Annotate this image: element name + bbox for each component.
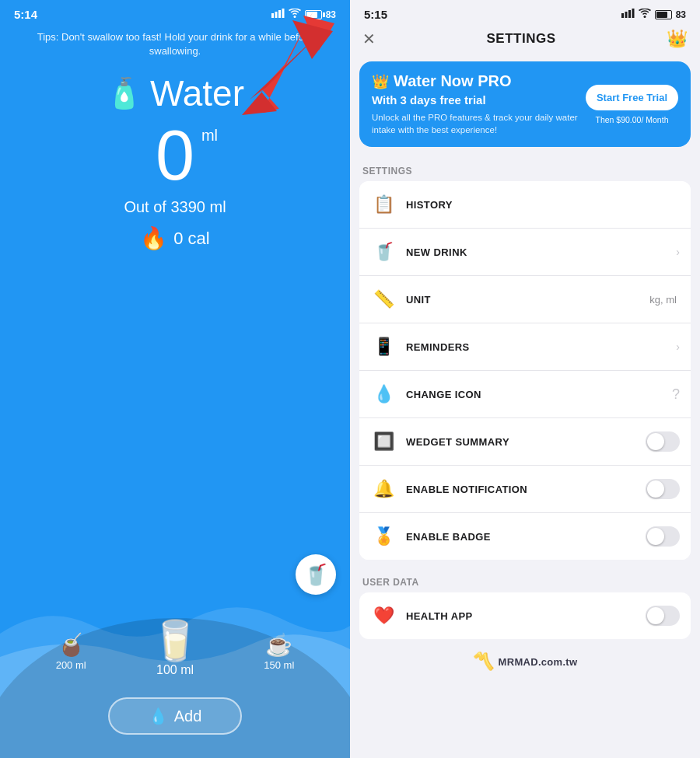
amount-display: 0 ml [156, 121, 194, 190]
change-icon-label: CHANGE ICON [406, 389, 672, 400]
pro-subtitle: With 3 days free trial [372, 93, 586, 107]
unit-label: UNIT [406, 294, 649, 306]
start-trial-button[interactable]: Start Free Trial [586, 85, 678, 110]
cup-middle-label: 100 ml [156, 663, 194, 677]
settings-row-badge[interactable]: 🏅 ENABLE BADGE [359, 513, 691, 560]
nav-title: SETTINGS [486, 31, 555, 47]
refresh-fab[interactable]: 🥤 [296, 554, 336, 595]
reminders-chevron: › [676, 341, 680, 353]
drink-options-row: 🧉 200 ml 🥛 100 ml ☕ 150 ml [0, 618, 350, 685]
svg-point-12 [643, 16, 646, 18]
pro-title-row: 👑 Water Now PRO [372, 72, 586, 90]
pro-banner: 👑 Water Now PRO With 3 days free trial U… [359, 61, 691, 147]
left-panel: 5:14 83 Tips: Don't swallow too fast! Ho… [0, 0, 350, 758]
settings-group-user: ❤️ HEALTH APP [359, 592, 691, 639]
cal-row: 🔥 0 cal [140, 225, 209, 251]
status-bar-right: 5:15 83 [350, 0, 700, 24]
settings-row-unit[interactable]: 📏 UNIT kg, ml [359, 276, 691, 323]
badge-toggle-knob [647, 528, 664, 545]
status-icons-right: 83 [621, 9, 686, 20]
new-drink-label: NEW DRINK [406, 246, 676, 258]
drink-option-right[interactable]: ☕ 150 ml [264, 632, 294, 671]
notification-toggle-knob [647, 480, 664, 498]
settings-row-widget[interactable]: 🔲 WEDGET SUMMARY [359, 418, 691, 466]
right-panel: 5:15 83 ✕ SETTINGS 👑 👑 Water Now PRO [350, 0, 700, 758]
badge-icon: 🏅 [370, 523, 397, 550]
notification-toggle[interactable] [646, 479, 680, 499]
cup-left-icon: 🧉 [58, 632, 85, 658]
pro-price: Then $90.00/ Month [595, 115, 668, 124]
wifi-icon-right [639, 9, 651, 20]
reminders-label: REMINDERS [406, 341, 676, 353]
watermark-text: MRMAD.com.tw [499, 656, 578, 668]
pro-desc: Unlock all the PRO features & track your… [372, 111, 586, 136]
pro-banner-right: Start Free Trial Then $90.00/ Month [586, 85, 678, 124]
watermark-logo: 〽️ [473, 651, 494, 672]
time-right: 5:15 [364, 8, 387, 21]
unit-value: kg, ml [649, 294, 677, 306]
widget-icon: 🔲 [370, 428, 397, 455]
amount-number: 0 [156, 117, 194, 194]
reminders-icon: 📱 [370, 334, 397, 360]
history-icon: 📋 [370, 191, 397, 218]
health-icon: ❤️ [370, 603, 397, 629]
out-of-text: Out of 3390 ml [124, 198, 226, 216]
history-label: HISTORY [406, 199, 680, 211]
bottom-controls: 🧉 200 ml 🥛 100 ml ☕ 150 ml 💧 Add [0, 603, 350, 758]
nav-header: ✕ SETTINGS 👑 [350, 24, 700, 57]
svg-rect-10 [628, 10, 631, 18]
settings-row-change-icon[interactable]: 💧 CHANGE ICON ? [359, 371, 691, 418]
svg-rect-8 [621, 13, 624, 18]
signal-icon-right [621, 9, 635, 20]
svg-rect-11 [632, 9, 634, 18]
unit-icon: 📏 [370, 286, 397, 313]
cal-text: 0 cal [173, 229, 209, 249]
pro-banner-left: 👑 Water Now PRO With 3 days free trial U… [372, 72, 586, 136]
crown-button[interactable]: 👑 [667, 29, 688, 49]
health-toggle[interactable] [646, 606, 680, 626]
new-drink-icon: 🥤 [370, 239, 397, 265]
health-toggle-knob [647, 607, 664, 624]
time-left: 5:14 [14, 8, 37, 21]
cup-middle-icon: 🥛 [151, 618, 199, 663]
cup-left-label: 200 ml [56, 659, 86, 671]
settings-row-notification[interactable]: 🔔 ENABLE NOTIFICATION [359, 466, 691, 513]
change-icon-icon: 💧 [370, 381, 397, 407]
new-drink-chevron: › [676, 246, 680, 258]
battery-icon-right [655, 10, 672, 19]
notification-label: ENABLE NOTIFICATION [406, 484, 646, 495]
watermark: 〽️ MRMAD.com.tw [350, 645, 700, 675]
add-button[interactable]: 💧 Add [108, 697, 243, 735]
pro-crown-icon: 👑 [372, 73, 389, 90]
settings-group-main: 📋 HISTORY 🥤 NEW DRINK › 📏 UNIT kg, ml 📱 … [359, 181, 691, 560]
widget-toggle[interactable] [646, 431, 680, 452]
drink-option-left[interactable]: 🧉 200 ml [56, 632, 86, 671]
close-button[interactable]: ✕ [362, 30, 376, 48]
user-data-section-header: USER DATA [350, 566, 700, 592]
badge-toggle[interactable] [646, 526, 680, 547]
health-label: HEALTH APP [406, 610, 646, 622]
notification-icon: 🔔 [370, 476, 397, 502]
pro-title: Water Now PRO [394, 72, 512, 90]
add-icon: 💧 [149, 707, 168, 725]
settings-row-history[interactable]: 📋 HISTORY [359, 181, 691, 229]
settings-section-header: SETTINGS [350, 155, 700, 181]
settings-row-reminders[interactable]: 📱 REMINDERS › [359, 323, 691, 371]
red-arrow-overlay [215, 14, 339, 131]
cup-right-label: 150 ml [264, 659, 294, 671]
battery-pct-right: 83 [676, 9, 686, 20]
drink-option-middle[interactable]: 🥛 100 ml [151, 618, 199, 677]
settings-scroll[interactable]: SETTINGS 📋 HISTORY 🥤 NEW DRINK › 📏 UNIT … [350, 155, 700, 758]
widget-label: WEDGET SUMMARY [406, 436, 646, 448]
widget-toggle-knob [647, 433, 664, 450]
badge-label: ENABLE BADGE [406, 531, 646, 543]
add-label: Add [174, 707, 202, 725]
settings-row-health[interactable]: ❤️ HEALTH APP [359, 592, 691, 639]
drink-icon: 🧴 [106, 76, 142, 110]
flame-icon: 🔥 [140, 225, 167, 251]
settings-row-new-drink[interactable]: 🥤 NEW DRINK › [359, 229, 691, 276]
cup-right-icon: ☕ [265, 632, 292, 658]
change-icon-question: ? [672, 386, 680, 403]
svg-rect-9 [625, 12, 627, 18]
